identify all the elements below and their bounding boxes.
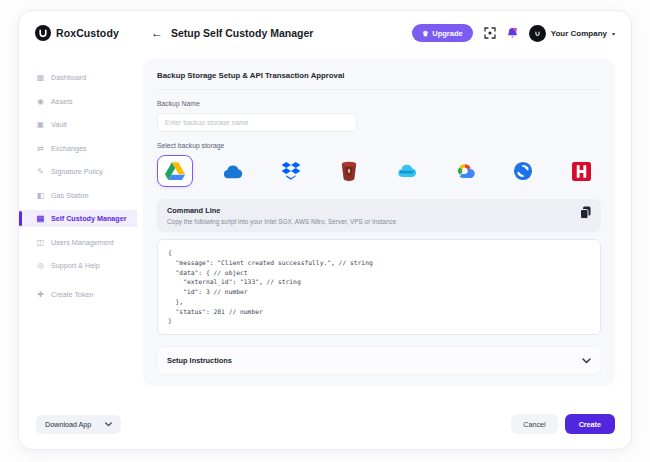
- storage-tile-google-drive[interactable]: [157, 155, 193, 187]
- storage-tile-amazon-s3[interactable]: [331, 155, 367, 187]
- backup-name-label: Backup Name: [157, 100, 601, 107]
- hetzner-icon: [572, 162, 591, 181]
- command-line-subtitle: Copy the following script into your Inte…: [167, 218, 580, 225]
- notifications-bell-icon[interactable]: [507, 27, 518, 39]
- self-custody-manager-icon: ▤: [36, 214, 45, 223]
- chevron-down-icon: [582, 358, 591, 364]
- company-avatar: [529, 25, 546, 42]
- brand-logo: RoxCustody: [35, 25, 151, 41]
- vault-icon: ▣: [36, 120, 45, 129]
- create-token-icon: ✚: [36, 290, 45, 299]
- google-drive-icon: [164, 161, 186, 181]
- storage-tile-sync[interactable]: [505, 155, 541, 187]
- account-menu[interactable]: Your Company ▾: [529, 25, 615, 42]
- command-line-header: Command Line Copy the following script i…: [157, 199, 601, 232]
- cancel-button[interactable]: Cancel: [511, 414, 557, 434]
- brand-name: RoxCustody: [56, 27, 119, 39]
- users-management-icon: ◫: [36, 238, 45, 247]
- sidebar-item-dashboard[interactable]: ▦ Dashboard: [19, 69, 137, 86]
- signature-policy-icon: ✎: [36, 167, 45, 176]
- scan-qr-icon[interactable]: [484, 27, 496, 39]
- section-title: Backup Storage Setup & API Transaction A…: [157, 71, 601, 90]
- backup-name-input[interactable]: [157, 113, 357, 132]
- copy-icon[interactable]: [580, 206, 591, 219]
- storage-tiles: [157, 155, 601, 187]
- command-code-block: { "message": "Client created successfull…: [157, 239, 601, 335]
- gas-station-icon: ◧: [36, 191, 45, 200]
- setup-instructions-label: Setup Instructions: [167, 356, 232, 365]
- icedrive-icon: [396, 164, 418, 178]
- command-line-title: Command Line: [167, 206, 580, 215]
- sidebar-item-gas-station[interactable]: ◧ Gas Station: [19, 187, 137, 204]
- dashboard-icon: ▦: [36, 73, 45, 82]
- sidebar-item-support-help[interactable]: ◎ Support & Help: [19, 257, 137, 274]
- exchanges-icon: ⇄: [36, 144, 45, 153]
- select-storage-label: Select backup storage: [157, 142, 601, 149]
- google-cloud-icon: [454, 163, 476, 179]
- sidebar-item-users-management[interactable]: ◫ Users Management: [19, 234, 137, 251]
- upgrade-label: Upgrade: [432, 29, 462, 38]
- sidebar-item-vault[interactable]: ▣ Vault: [19, 116, 137, 133]
- sidebar: ▦ Dashboard ◉ Assets ▣ Vault ⇄ Exchanges…: [19, 55, 137, 403]
- amazon-s3-icon: [340, 161, 358, 181]
- upgrade-button[interactable]: ♛ Upgrade: [412, 24, 473, 42]
- sidebar-item-signature-policy[interactable]: ✎ Signature Policy: [19, 163, 137, 180]
- storage-tile-google-cloud[interactable]: [447, 155, 483, 187]
- sidebar-item-assets[interactable]: ◉ Assets: [19, 93, 137, 110]
- top-header: RoxCustody ← Setup Self Custody Manager …: [19, 11, 631, 55]
- onedrive-icon: [222, 164, 244, 179]
- storage-tile-icedrive[interactable]: [389, 155, 425, 187]
- sidebar-item-self-custody-manager[interactable]: ▤ Self Custody Manager: [19, 210, 137, 227]
- support-help-icon: ◎: [36, 261, 45, 270]
- chevron-down-icon: [105, 422, 112, 427]
- assets-icon: ◉: [36, 97, 45, 106]
- storage-tile-dropbox[interactable]: [273, 155, 309, 187]
- footer-bar: Download App Cancel Create: [19, 403, 631, 449]
- page-head: ← Setup Self Custody Manager: [151, 26, 313, 40]
- storage-tile-onedrive[interactable]: [215, 155, 251, 187]
- setup-instructions-row[interactable]: Setup Instructions: [157, 347, 601, 374]
- app-window: RoxCustody ← Setup Self Custody Manager …: [18, 10, 632, 450]
- roxcustody-logo-icon: [35, 25, 51, 41]
- sidebar-item-create-token[interactable]: ✚ Create Token: [19, 286, 137, 303]
- storage-tile-hetzner[interactable]: [563, 155, 599, 187]
- back-arrow-icon[interactable]: ←: [151, 26, 163, 40]
- company-name: Your Company: [551, 29, 607, 38]
- crown-icon: ♛: [422, 30, 428, 37]
- sync-icon: [513, 161, 533, 181]
- sidebar-item-exchanges[interactable]: ⇄ Exchanges: [19, 140, 137, 157]
- chevron-down-icon: ▾: [612, 30, 615, 37]
- create-button[interactable]: Create: [565, 414, 615, 434]
- page-title: Setup Self Custody Manager: [171, 27, 313, 39]
- download-app-button[interactable]: Download App: [36, 415, 121, 434]
- backup-setup-panel: Backup Storage Setup & API Transaction A…: [143, 59, 615, 386]
- dropbox-icon: [281, 162, 301, 180]
